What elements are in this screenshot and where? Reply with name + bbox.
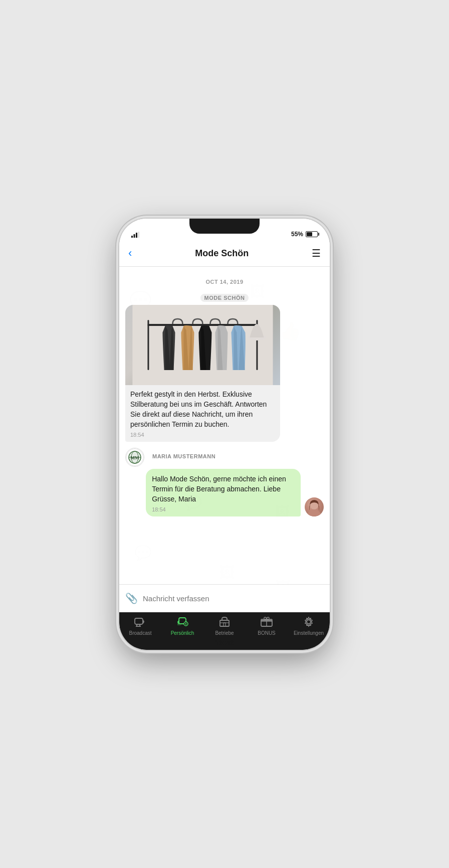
notch	[189, 219, 260, 234]
tab-bonus[interactable]: BONUS	[246, 616, 288, 636]
svg-rect-30	[135, 618, 143, 624]
status-time: 13:53	[215, 638, 234, 647]
tab-bonus-label: BONUS	[258, 630, 276, 636]
svg-rect-0	[131, 236, 133, 238]
screen: 13:53 55% ‹ Mode Schön ☰ 💬 🖼 👍	[119, 219, 330, 650]
svg-rect-3	[138, 232, 140, 238]
page-title: Mode Schön	[195, 248, 249, 259]
tab-settings-label: Einstellungen	[294, 630, 324, 636]
betriebe-icon	[218, 616, 231, 629]
status-right: 55%	[291, 231, 318, 238]
bonus-icon	[260, 616, 273, 629]
back-button[interactable]: ‹	[128, 247, 132, 260]
settings-icon	[302, 616, 315, 629]
broadcast-image	[125, 305, 280, 385]
reply-bubble: Hallo Mode Schön, gerne möchte ich einen…	[146, 469, 301, 516]
broadcast-sender-label: MODE SCHÖN	[125, 293, 324, 302]
svg-rect-1	[134, 234, 135, 238]
tab-broadcast[interactable]: Broadcast	[119, 616, 161, 636]
mm-avatar: MM	[125, 448, 144, 467]
message-input[interactable]	[143, 589, 324, 607]
broadcast-message-row: Perfekt gestylt in den Herbst. Exklusive…	[125, 305, 324, 442]
signal-bars	[131, 232, 139, 238]
tab-broadcast-label: Broadcast	[129, 630, 151, 636]
reply-text: Hallo Mode Schön, gerne möchte ich einen…	[152, 474, 295, 504]
svg-point-35	[184, 622, 188, 626]
tab-betriebe[interactable]: Betriebe	[203, 616, 246, 636]
menu-button[interactable]: ☰	[312, 248, 321, 258]
date-separator: OCT 14, 2019	[125, 277, 324, 286]
svg-text:🖼: 🖼	[275, 578, 291, 584]
svg-text:MM: MM	[131, 455, 139, 460]
chat-area: 💬 🖼 👍 💬 🏷 🏛 💬 🖼 💬 🖼 🖼 💬 OCT 14, 2019	[119, 267, 330, 584]
broadcast-time: 18:54	[125, 430, 280, 438]
broadcast-text: Perfekt gestylt in den Herbst. Exklusive…	[125, 389, 280, 430]
svg-rect-2	[136, 233, 137, 238]
input-bar: 📎	[119, 584, 330, 612]
personal-icon	[176, 616, 189, 629]
battery-fill	[307, 232, 312, 236]
broadcast-bubble: Perfekt gestylt in den Herbst. Exklusive…	[125, 305, 280, 442]
tab-personal-label: Persönlich	[171, 630, 194, 636]
broadcast-icon	[134, 616, 147, 629]
reply-sender-label: MARIA MUSTERMANN	[152, 453, 215, 459]
svg-point-44	[307, 620, 311, 624]
reply-time: 18:54	[152, 504, 295, 512]
svg-rect-40	[223, 623, 226, 626]
battery-icon	[306, 231, 318, 237]
svg-text:💬: 💬	[134, 545, 152, 561]
svg-rect-19	[147, 320, 149, 370]
tab-settings[interactable]: Einstellungen	[288, 616, 330, 636]
user-avatar	[305, 497, 324, 516]
nav-bar: ‹ Mode Schön ☰	[119, 241, 330, 267]
reply-sender-row: MM MARIA MUSTERMANN	[125, 448, 324, 467]
battery-percent: 55%	[291, 231, 303, 238]
tab-personal[interactable]: Persönlich	[161, 616, 203, 636]
svg-rect-38	[220, 620, 229, 626]
tab-betriebe-label: Betriebe	[215, 630, 234, 636]
svg-text:🖼: 🖼	[219, 564, 235, 581]
svg-point-28	[307, 509, 321, 516]
reply-message-row: Hallo Mode Schön, gerne möchte ich einen…	[125, 469, 324, 516]
attach-icon[interactable]: 📎	[125, 592, 138, 604]
phone-frame: 13:53 55% ‹ Mode Schön ☰ 💬 🖼 👍	[119, 219, 330, 650]
